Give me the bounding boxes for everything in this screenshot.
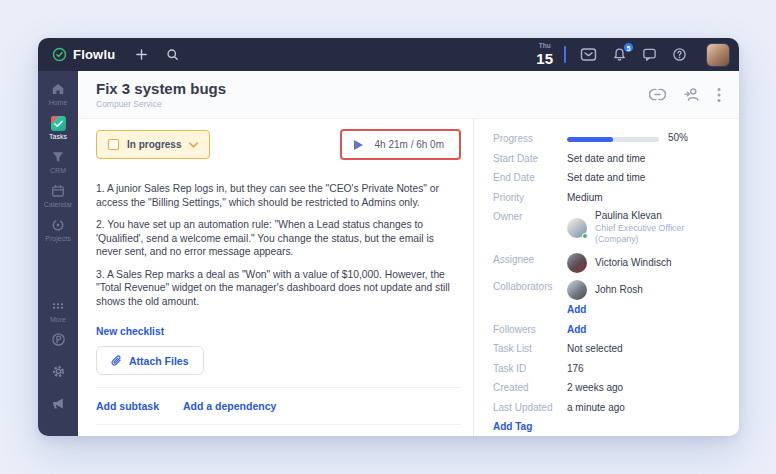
progress-bar[interactable]: 50%: [567, 132, 688, 143]
app-window: Flowlu Thu 15 5: [38, 38, 739, 436]
date-number: 15: [536, 51, 553, 66]
home-icon: [50, 81, 66, 97]
followers-label: Followers: [493, 323, 567, 336]
sidebar-item-home[interactable]: Home: [38, 81, 78, 106]
collaborator-avatar: [567, 280, 587, 300]
start-date-label: Start Date: [493, 152, 567, 165]
help-icon[interactable]: [672, 47, 687, 62]
more-grid-icon: [50, 298, 66, 314]
task-list-label: Task List: [493, 342, 567, 355]
collaborators-label: Collaborators: [493, 280, 567, 293]
priority-label: Priority: [493, 191, 567, 204]
sidebar-item-projects[interactable]: Projects: [38, 217, 78, 242]
created-value: 2 weeks ago: [567, 381, 623, 394]
projects-icon: [50, 217, 66, 233]
add-subtask-link[interactable]: Add subtask: [96, 400, 159, 412]
attach-files-label: Attach Files: [129, 355, 189, 367]
portal-icon[interactable]: [51, 332, 66, 351]
task-details-panel: Progress 50% Start Date Set date and tim…: [474, 119, 739, 436]
page-title: Fix 3 system bugs: [96, 80, 226, 97]
date-day: Thu: [536, 43, 553, 50]
sidebar-item-label: Home: [49, 99, 68, 106]
task-description: 1. A junior Sales Rep logs in, but they …: [96, 182, 461, 308]
owner-avatar: [567, 218, 587, 238]
time-tracker[interactable]: 4h 21m / 6h 0m: [340, 129, 461, 160]
sidebar-item-label: Projects: [45, 235, 70, 242]
status-label: In progress: [127, 139, 181, 150]
collaborator-person[interactable]: John Rosh: [567, 280, 643, 300]
sidebar: Home Tasks CRM Calendar: [38, 71, 78, 436]
add-collaborator-link[interactable]: Add: [567, 303, 586, 316]
chevron-down-icon: [189, 142, 198, 148]
assignee-name: Victoria Windisch: [595, 257, 672, 269]
paperclip-icon: [111, 355, 122, 367]
status-dropdown[interactable]: In progress: [96, 130, 210, 159]
inbox-mail-icon[interactable]: [580, 47, 597, 62]
flowlu-logo-icon: [52, 47, 67, 62]
announcements-megaphone-icon[interactable]: [51, 396, 66, 415]
topbar: Flowlu Thu 15 5: [38, 38, 739, 71]
add-tag-link[interactable]: Add Tag: [493, 420, 532, 433]
add-follower-link[interactable]: Add: [567, 323, 586, 336]
sidebar-item-crm[interactable]: CRM: [38, 149, 78, 174]
last-updated-label: Last Updated: [493, 401, 567, 414]
share-invite-icon[interactable]: [683, 86, 700, 103]
sidebar-item-tasks[interactable]: Tasks: [38, 115, 78, 140]
brand-name: Flowlu: [73, 47, 115, 62]
owner-name: Paulina Klevan: [595, 210, 725, 222]
add-dependency-link[interactable]: Add a dependency: [183, 400, 276, 412]
task-id-value: 176: [567, 362, 584, 375]
attach-files-button[interactable]: Attach Files: [96, 346, 204, 375]
description-paragraph: 2. You have set up an automation rule: "…: [96, 218, 461, 259]
time-tracked-value: 4h 21m / 6h 0m: [375, 139, 444, 150]
assignee-avatar: [567, 253, 587, 273]
tasks-icon: [50, 115, 66, 131]
progress-label: Progress: [493, 132, 567, 145]
description-paragraph: 1. A junior Sales Rep logs in, but they …: [96, 182, 461, 209]
online-status-dot: [582, 233, 588, 239]
breadcrumb[interactable]: Compuer Service: [96, 99, 226, 109]
progress-fill: [567, 137, 613, 142]
priority-value[interactable]: Medium: [567, 191, 603, 204]
notifications-bell-icon[interactable]: 5: [612, 47, 627, 62]
collaborator-name: John Rosh: [595, 284, 643, 296]
brand[interactable]: Flowlu: [52, 47, 115, 62]
created-label: Created: [493, 381, 567, 394]
content-area: Fix 3 system bugs Compuer Service: [78, 71, 739, 436]
status-checkbox[interactable]: [108, 139, 119, 150]
assignee-label: Assignee: [493, 253, 567, 266]
more-options-kebab-icon[interactable]: [717, 87, 721, 103]
progress-value: 50%: [668, 132, 688, 143]
copy-link-icon[interactable]: [649, 86, 666, 103]
calendar-date-widget[interactable]: Thu 15: [536, 43, 553, 66]
sidebar-item-more[interactable]: More: [38, 298, 78, 323]
divider: [96, 424, 461, 425]
user-avatar[interactable]: [706, 43, 730, 67]
create-new-icon[interactable]: [135, 48, 148, 61]
divider: [96, 387, 461, 388]
new-checklist-link[interactable]: New checklist: [96, 326, 164, 337]
sidebar-item-label: Calendar: [44, 201, 72, 208]
end-date-label: End Date: [493, 171, 567, 184]
play-icon[interactable]: [354, 140, 363, 150]
owner-role: Chief Executive Officer (Company): [595, 223, 725, 245]
start-date-value[interactable]: Set date and time: [567, 152, 645, 165]
search-icon[interactable]: [166, 48, 179, 61]
settings-gear-icon[interactable]: [51, 364, 66, 383]
sidebar-item-calendar[interactable]: Calendar: [38, 183, 78, 208]
notification-badge: 5: [623, 42, 634, 53]
task-id-label: Task ID: [493, 362, 567, 375]
assignee-person[interactable]: Victoria Windisch: [567, 253, 672, 273]
end-date-value[interactable]: Set date and time: [567, 171, 645, 184]
chat-messages-icon[interactable]: [642, 47, 657, 62]
task-list-value[interactable]: Not selected: [567, 342, 623, 355]
sidebar-item-label: More: [50, 316, 66, 323]
task-main: In progress 4h 21m / 6h 0m 1. A junior S…: [78, 119, 473, 436]
sidebar-item-label: CRM: [50, 167, 66, 174]
owner-person[interactable]: Paulina Klevan Chief Executive Officer (…: [567, 210, 725, 245]
last-updated-value: a minute ago: [567, 401, 625, 414]
task-header: Fix 3 system bugs Compuer Service: [78, 71, 739, 119]
topbar-separator: [564, 46, 566, 63]
description-paragraph: 3. A Sales Rep marks a deal as "Won" wit…: [96, 268, 461, 309]
owner-label: Owner: [493, 210, 567, 223]
